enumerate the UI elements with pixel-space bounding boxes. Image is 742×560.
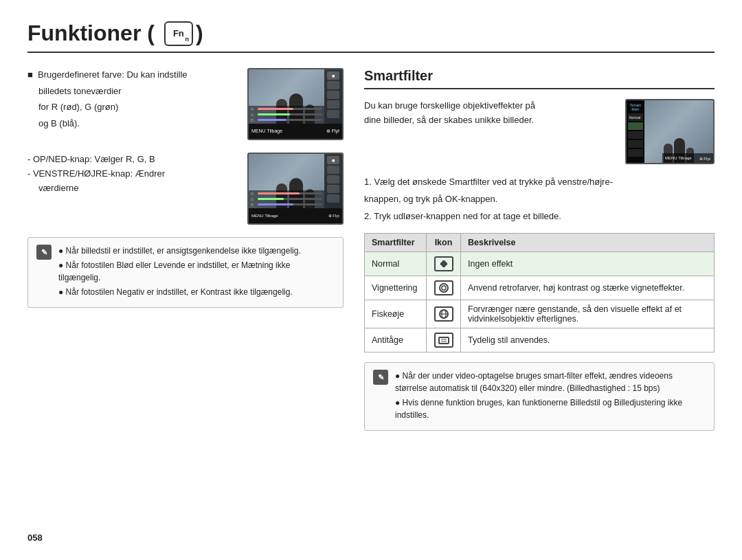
intro-line2: dine billeder, så der skabes unikke bill… [364,113,616,128]
right-column: Smartfilter Du kan bruge forskellige obj… [364,68,715,431]
filter-desc-3: Tydelig stil anvendes. [461,328,715,352]
left-note-2: ● Når fotostilen Blød eller Levende er i… [58,259,335,284]
svg-line-3 [445,262,446,262]
icon-plus-star [434,256,453,271]
filter-desc-0: Ingen effekt [461,252,715,276]
smartfilter-table: Smartfilter Ikon Beskrivelse Normal [364,233,715,352]
filter-icon-3 [427,328,461,352]
cam-sf-bottom: MENU Tilbage ⊕ Flyt [662,153,713,163]
icon-circle-ring [434,280,453,295]
svg-line-4 [442,265,442,266]
camera-screen-1: ■ R G [247,68,344,140]
svg-line-5 [445,265,446,266]
svg-point-6 [440,284,448,292]
knap-line3: værdierne [27,181,239,196]
left-column: ■ Brugerdefineret farve: Du kan indstill… [27,68,344,431]
th-description: Beskrivelse [461,234,715,252]
th-icon: Ikon [427,234,461,252]
page-number: 058 [27,533,43,543]
title-end: ) [196,21,203,46]
page-title: Funktioner ( [27,21,155,46]
brugerdefineret-line1: ■ Brugerdefineret farve: Du kan indstill… [27,68,239,82]
step1: 1. Vælg det ønskede Smartfilter ved at t… [364,175,715,190]
filter-desc-2: Forvrænger nære genstande, så den visuel… [461,300,715,328]
filter-name-1: Vignettering [365,276,427,300]
cam-sf-tilbage: MENU Tilbage [665,156,692,160]
filter-name-2: Fiskeøje [365,300,427,328]
bullet: ■ [27,69,33,80]
table-row: Antitåge Tydelig stil [365,328,715,352]
icon-globe [434,306,453,322]
brugerdefineret-line3: for R (rød), G (grøn) [27,100,239,114]
svg-point-7 [442,286,446,290]
right-note-icon: ✎ [373,370,388,385]
steps-list: 1. Vælg det ønskede Smartfilter ved at t… [364,175,715,223]
svg-rect-1 [442,260,445,267]
filter-icon-2 [427,300,461,328]
smartfilter-intro: Du kan bruge forskellige objektiveffekte… [364,99,715,164]
right-note-2: ● Hvis denne funktion bruges, kan funkti… [395,396,706,421]
icon-rect [434,333,453,348]
left-note-3: ● Når fotostilen Negativ er indstillet, … [58,286,335,298]
svg-line-2 [442,262,442,262]
brugerdefineret-line4: og B (blå). [27,117,239,131]
left-note-1: ● Når billedstil er indstillet, er ansig… [58,245,335,257]
fn-label: Fn [173,28,184,38]
left-note-box: ✎ ● Når billedstil er indstillet, er ans… [27,237,344,308]
cam-sf-photo: MENU Tilbage ⊕ Flyt [644,100,713,163]
knap-text: - OP/NED-knap: Vælger R, G, B - VENSTRE/… [27,153,239,195]
right-note-1: ● Når der under video-optagelse bruges s… [395,370,706,394]
smartfilter-intro-text: Du kan bruge forskellige objektiveffekte… [364,99,616,128]
brugerdefineret-text: ■ Brugerdefineret farve: Du kan indstill… [27,68,239,133]
camera-screen-smartfilter: Smartfilter Normal [625,99,715,164]
brugerdefineret-section: ■ Brugerdefineret farve: Du kan indstill… [27,68,344,140]
camera-screen-2: ■ R G [247,153,344,225]
smartfilter-section-title: Smartfilter [364,68,715,89]
table-row: Fiskeøje Forvrænger n [365,300,715,328]
filter-name-0: Normal [365,252,427,276]
svg-rect-11 [439,337,449,344]
left-note-icon: ✎ [36,245,52,260]
table-header-row: Smartfilter Ikon Beskrivelse [365,234,715,252]
th-filter: Smartfilter [365,234,427,252]
table-row: Normal [365,252,715,276]
step1b: knappen, og tryk på OK-knappen. [364,192,715,207]
knap-line1: - OP/NED-knap: Vælger R, G, B [27,153,239,167]
brugerdefineret-line2: billedets toneværdier [27,85,239,98]
page-header: Funktioner ( Fn n ) [27,21,715,53]
cam-sf-flyt: ⊕ Flyt [699,156,710,161]
intro-line1: Du kan bruge forskellige objektiveffekte… [364,99,616,113]
knap-line2: - VENSTRE/HØJRE-knap: Ændrer [27,167,239,181]
filter-icon-1 [427,276,461,300]
filter-name-3: Antitåge [365,328,427,352]
right-note-text: ● Når der under video-optagelse bruges s… [395,370,706,423]
left-note-text: ● Når billedstil er indstillet, er ansig… [58,245,335,300]
filter-icon-0 [427,252,461,276]
step2: 2. Tryk udløser-knappen ned for at tage … [364,210,715,224]
fn-sub: n [185,36,189,43]
fn-icon: Fn n [164,21,193,46]
knap-section: - OP/NED-knap: Vælger R, G, B - VENSTRE/… [27,153,344,225]
filter-desc-1: Anvend retrofarver, høj kontrast og stær… [461,276,715,300]
brugerdefineret-line1-text: Brugerdefineret farve: Du kan indstille [38,69,188,80]
right-note-box: ✎ ● Når der under video-optagelse bruges… [364,362,715,431]
table-row: Vignettering Anvend retrofarver, høj kon [365,276,715,300]
main-content: ■ Brugerdefineret farve: Du kan indstill… [27,68,715,431]
cam-sf-sidebar: Smartfilter Normal [627,100,644,163]
